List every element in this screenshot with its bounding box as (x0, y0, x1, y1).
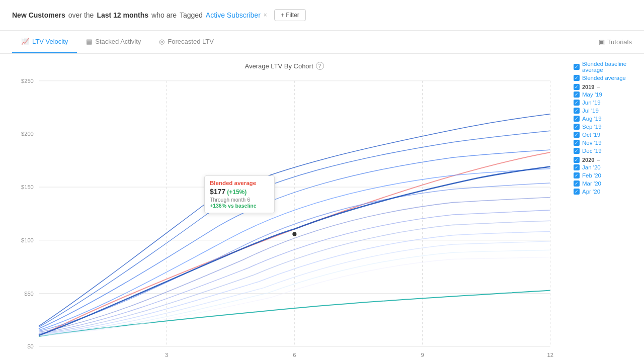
svg-text:$200: $200 (21, 131, 34, 137)
legend-oct19-label: Oct '19 (582, 132, 600, 138)
main-content: Average LTV By Cohort ? (0, 54, 644, 358)
legend-2019-header: 2019 – (574, 84, 639, 90)
legend-dec19[interactable]: Dec '19 (574, 148, 639, 154)
legend-blended-baseline[interactable]: Blended baseline average (574, 61, 639, 73)
legend-cb-apr20 (574, 189, 580, 195)
svg-text:12: 12 (547, 352, 553, 358)
tabs-container: 📈 LTV Velocity ▤ Stacked Activity ◎ Fore… (12, 31, 599, 53)
legend-jul19[interactable]: Jul '19 (574, 108, 639, 114)
legend-cb-may19 (574, 92, 580, 98)
legend-nov19-label: Nov '19 (582, 140, 602, 146)
forecasted-ltv-icon: ◎ (159, 38, 165, 45)
legend-cb-oct19 (574, 132, 580, 138)
header-new-customers: New Customers (12, 11, 65, 19)
legend-cb-feb20 (574, 172, 580, 178)
legend-cb-jul19 (574, 108, 580, 114)
legend-sep19-label: Sep '19 (582, 124, 602, 130)
chart-title: Average LTV By Cohort ? (8, 62, 560, 70)
tab-forecasted-ltv[interactable]: ◎ Forecasted LTV (150, 31, 223, 53)
svg-text:$250: $250 (21, 78, 34, 84)
legend-nov19[interactable]: Nov '19 (574, 140, 639, 146)
ltv-velocity-icon: 📈 (21, 38, 29, 45)
legend-blended-avg[interactable]: Blended average (574, 75, 639, 81)
legend-cb-dec19 (574, 148, 580, 154)
legend-cb-aug19 (574, 116, 580, 122)
legend-jun19[interactable]: Jun '19 (574, 100, 639, 106)
tutorials-button[interactable]: ▣ Tutorials (599, 34, 632, 50)
tabs-row: 📈 LTV Velocity ▤ Stacked Activity ◎ Fore… (0, 31, 644, 54)
chart-svg: $0 $50 $100 $150 $200 $250 3 6 9 12 (8, 75, 560, 362)
legend-feb20[interactable]: Feb '20 (574, 172, 639, 178)
svg-text:$150: $150 (21, 184, 34, 190)
legend-jul19-label: Jul '19 (582, 108, 599, 114)
legend-cb-sep19 (574, 124, 580, 130)
legend-dec19-label: Dec '19 (582, 148, 602, 154)
header-period[interactable]: Last 12 months (97, 11, 148, 19)
svg-text:6: 6 (293, 352, 296, 358)
legend-apr20[interactable]: Apr '20 (574, 189, 639, 195)
legend-cb-mar20 (574, 180, 580, 187)
legend-jun19-label: Jun '19 (582, 100, 601, 106)
legend-dash-2019: – (597, 84, 600, 90)
info-icon[interactable]: ? (316, 62, 324, 70)
tutorials-label: Tutorials (607, 38, 632, 46)
legend-sep19[interactable]: Sep '19 (574, 124, 639, 130)
legend-may19-label: May '19 (582, 92, 602, 98)
legend-checkbox-2019[interactable] (574, 84, 580, 90)
legend-dash-2020: – (597, 157, 600, 163)
page-header: New Customers over the Last 12 months wh… (0, 0, 644, 31)
header-who-are: who are (151, 11, 177, 19)
legend-apr20-label: Apr '20 (582, 189, 600, 195)
legend-2020-header: 2020 – (574, 157, 639, 163)
legend-blended-baseline-label: Blended baseline average (582, 61, 639, 73)
tag-close-icon[interactable]: × (264, 12, 267, 19)
tab-stacked-activity[interactable]: ▤ Stacked Activity (77, 31, 150, 53)
legend-checkbox-2020[interactable] (574, 157, 580, 163)
legend-oct19[interactable]: Oct '19 (574, 132, 639, 138)
chart-area: Average LTV By Cohort ? (0, 54, 569, 358)
chart-container: $0 $50 $100 $150 $200 $250 3 6 9 12 (8, 75, 560, 362)
legend-jan20[interactable]: Jan '20 (574, 164, 639, 170)
filter-button[interactable]: + Filter (274, 9, 306, 21)
legend-checkbox-blended-avg (574, 75, 580, 81)
svg-text:3: 3 (165, 352, 168, 358)
svg-point-21 (292, 232, 297, 237)
tab-ltv-velocity-label: LTV Velocity (32, 38, 68, 45)
tab-forecasted-ltv-label: Forecasted LTV (168, 38, 214, 45)
legend-may19[interactable]: May '19 (574, 92, 639, 98)
tutorials-icon: ▣ (599, 38, 605, 46)
tab-ltv-velocity[interactable]: 📈 LTV Velocity (12, 31, 77, 53)
legend-year-2020: 2020 (582, 157, 594, 163)
svg-text:$100: $100 (21, 237, 34, 243)
stacked-activity-icon: ▤ (86, 38, 92, 45)
header-over: over the (68, 11, 94, 19)
legend-checkbox-blended-baseline (574, 64, 580, 70)
chart-legend: Blended baseline average Blended average… (569, 54, 644, 358)
legend-mar20[interactable]: Mar '20 (574, 180, 639, 187)
svg-text:$50: $50 (24, 291, 34, 297)
svg-text:9: 9 (421, 352, 424, 358)
legend-year-2019: 2019 (582, 84, 594, 90)
legend-blended-avg-label: Blended average (582, 75, 626, 81)
legend-cb-nov19 (574, 140, 580, 146)
legend-cb-jun19 (574, 100, 580, 106)
legend-aug19[interactable]: Aug '19 (574, 116, 639, 122)
tab-stacked-activity-label: Stacked Activity (95, 38, 141, 45)
header-tag-value[interactable]: Active Subscriber × (206, 11, 267, 19)
legend-aug19-label: Aug '19 (582, 116, 602, 122)
svg-text:$0: $0 (27, 343, 33, 349)
legend-feb20-label: Feb '20 (582, 172, 601, 178)
legend-mar20-label: Mar '20 (582, 180, 601, 187)
legend-cb-jan20 (574, 164, 580, 170)
header-tagged: Tagged (180, 11, 203, 19)
legend-jan20-label: Jan '20 (582, 164, 601, 170)
